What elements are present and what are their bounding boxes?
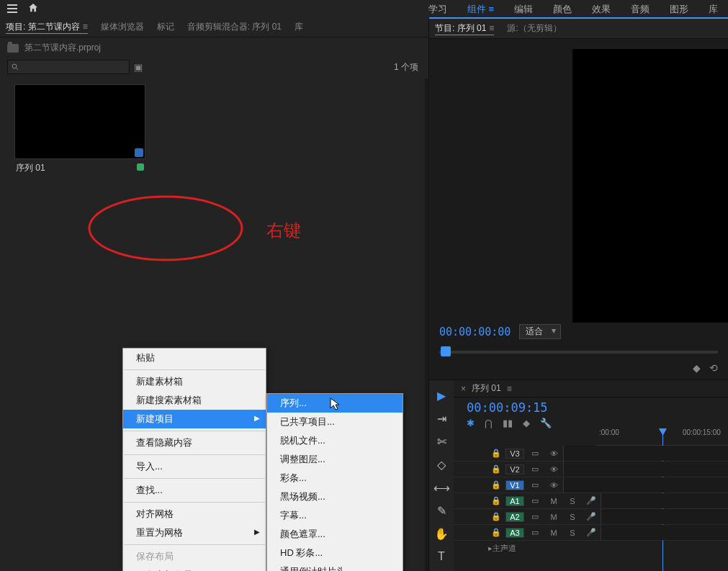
selection-tool-icon[interactable]: ▶ bbox=[435, 389, 448, 402]
monitor-scrubber[interactable] bbox=[439, 343, 718, 359]
track-tag[interactable]: V2 bbox=[505, 464, 524, 475]
eye-icon[interactable]: 👁 bbox=[544, 481, 563, 490]
ctx-new-item[interactable]: 新建项目▶ bbox=[123, 410, 266, 428]
lock-icon[interactable]: 🔒 bbox=[488, 464, 504, 474]
type-tool-icon[interactable]: T bbox=[435, 550, 448, 563]
new-bin-icon[interactable]: ▣ bbox=[134, 62, 143, 73]
solo-icon[interactable]: S bbox=[563, 529, 582, 537]
search-input[interactable] bbox=[7, 60, 130, 74]
sub-sequence[interactable]: 序列... bbox=[267, 394, 403, 413]
close-icon[interactable]: × bbox=[461, 384, 466, 394]
snap-icon[interactable]: ✱ bbox=[467, 418, 475, 428]
track-v1[interactable]: 🔒V1▭👁 bbox=[454, 477, 728, 493]
tab-program[interactable]: 节目: 序列 01≡ bbox=[435, 22, 494, 35]
toggle-output-icon[interactable]: ▭ bbox=[526, 449, 544, 458]
mute-icon[interactable]: M bbox=[544, 497, 563, 505]
lock-icon[interactable]: 🔒 bbox=[488, 528, 504, 537]
ctx-reset-grid[interactable]: 重置为网格▶ bbox=[123, 523, 266, 542]
hand-tool-icon[interactable]: ✋ bbox=[435, 527, 448, 540]
toggle-output-icon[interactable]: ▭ bbox=[526, 464, 544, 474]
track-v2[interactable]: 🔒V2▭👁 bbox=[454, 462, 728, 477]
linked-selection-icon[interactable]: ⋂ bbox=[485, 418, 493, 428]
tab-audio-mixer[interactable]: 音频剪辑混合器: 序列 01 bbox=[187, 21, 282, 33]
workspace-effects[interactable]: 效果 bbox=[582, 0, 621, 17]
workspace-assembly[interactable]: 组件 bbox=[457, 0, 504, 17]
tab-markers[interactable]: 标记 bbox=[157, 21, 174, 33]
mic-icon[interactable]: 🎤 bbox=[582, 528, 601, 537]
workspace-graphics[interactable]: 图形 bbox=[660, 0, 698, 17]
settings-icon[interactable]: ⟲ bbox=[709, 362, 718, 374]
sub-color-matte[interactable]: 颜色遮罩... bbox=[267, 525, 403, 544]
toggle-output-icon[interactable]: ▭ bbox=[526, 512, 544, 521]
track-a3[interactable]: 🔒A3▭MS🎤 bbox=[454, 525, 728, 541]
tab-library[interactable]: 库 bbox=[295, 21, 303, 33]
sub-countdown[interactable]: 通用倒计时片头... bbox=[267, 562, 403, 571]
tab-source[interactable]: 源:（无剪辑） bbox=[507, 22, 561, 35]
tab-project[interactable]: 项目: 第二节课内容≡ bbox=[6, 21, 88, 34]
home-icon[interactable] bbox=[27, 2, 39, 16]
project-bin-area[interactable]: 序列 01 右键 粘贴 新建素材箱 新建搜索素材箱 新建项目▶ 查看隐藏内容 导… bbox=[0, 78, 428, 571]
track-a2[interactable]: 🔒A2▭MS🎤 bbox=[454, 509, 728, 525]
add-marker-icon[interactable]: ▮▮ bbox=[503, 418, 513, 428]
slip-tool-icon[interactable]: ⟷ bbox=[435, 481, 448, 494]
mute-icon[interactable]: M bbox=[544, 513, 563, 521]
settings-icon[interactable]: ◆ bbox=[523, 418, 530, 428]
razor-tool-icon[interactable]: ◇ bbox=[435, 458, 448, 471]
lock-icon[interactable]: 🔒 bbox=[488, 496, 504, 505]
sub-offline-file[interactable]: 脱机文件... bbox=[267, 431, 403, 450]
ctx-paste[interactable]: 粘贴 bbox=[123, 349, 266, 367]
track-tag[interactable]: V3 bbox=[505, 449, 524, 459]
lock-icon[interactable]: 🔒 bbox=[488, 512, 504, 521]
toggle-output-icon[interactable]: ▭ bbox=[526, 528, 544, 537]
track-select-tool-icon[interactable]: ⇥ bbox=[435, 412, 448, 425]
solo-icon[interactable]: S bbox=[563, 513, 582, 521]
sub-captions[interactable]: 字幕... bbox=[267, 506, 403, 525]
track-tag[interactable]: A1 bbox=[505, 496, 524, 506]
ctx-import[interactable]: 导入... bbox=[123, 457, 266, 476]
track-tag[interactable]: A2 bbox=[505, 512, 524, 522]
lock-icon[interactable]: 🔒 bbox=[488, 480, 504, 490]
workspace-edit[interactable]: 编辑 bbox=[504, 0, 543, 17]
sub-hd-bars[interactable]: HD 彩条... bbox=[267, 544, 403, 562]
track-tag[interactable]: V1 bbox=[505, 480, 524, 490]
workspace-library[interactable]: 库 bbox=[698, 0, 728, 17]
solo-icon[interactable]: S bbox=[563, 497, 582, 505]
track-v3[interactable]: 🔒V3▭👁 bbox=[454, 446, 728, 462]
eye-icon[interactable]: 👁 bbox=[544, 449, 563, 458]
ctx-align-grid[interactable]: 对齐网格 bbox=[123, 505, 266, 523]
sub-adjustment-layer[interactable]: 调整图层... bbox=[267, 450, 403, 469]
track-tag[interactable]: A3 bbox=[505, 528, 524, 538]
wrench-icon[interactable]: 🔧 bbox=[540, 418, 552, 428]
marker-icon[interactable]: ◆ bbox=[693, 362, 701, 374]
sub-bars[interactable]: 彩条... bbox=[267, 469, 403, 487]
ctx-new-search-bin[interactable]: 新建搜索素材箱 bbox=[123, 391, 266, 410]
ctx-new-bin[interactable]: 新建素材箱 bbox=[123, 372, 266, 391]
ctx-save-layout-as[interactable]: 另存为新布局... bbox=[123, 566, 266, 571]
workspace-audio[interactable]: 音频 bbox=[621, 0, 660, 17]
playhead-icon[interactable] bbox=[441, 346, 451, 356]
toggle-output-icon[interactable]: ▭ bbox=[526, 496, 544, 505]
mic-icon[interactable]: 🎤 bbox=[582, 496, 601, 505]
sub-black-video[interactable]: 黑场视频... bbox=[267, 487, 403, 506]
workspace-learn[interactable]: 学习 bbox=[418, 0, 457, 17]
zoom-fit-dropdown[interactable]: 适合 bbox=[519, 324, 561, 339]
ctx-view-hidden[interactable]: 查看隐藏内容 bbox=[123, 433, 266, 452]
tab-media-browser[interactable]: 媒体浏览器 bbox=[101, 21, 144, 33]
workspace-color[interactable]: 颜色 bbox=[543, 0, 582, 17]
monitor-timecode[interactable]: 00:00:00:00 bbox=[439, 325, 511, 338]
toggle-output-icon[interactable]: ▭ bbox=[526, 480, 544, 490]
eye-icon[interactable]: 👁 bbox=[544, 465, 563, 474]
timeline-ruler[interactable]: :00:00 00:00:15:00 bbox=[596, 428, 728, 446]
sub-shared-project[interactable]: 已共享项目... bbox=[267, 413, 403, 431]
mic-icon[interactable]: 🎤 bbox=[582, 512, 601, 521]
mute-icon[interactable]: M bbox=[544, 529, 563, 537]
hamburger-icon[interactable] bbox=[7, 8, 17, 9]
pen-tool-icon[interactable]: ✎ bbox=[435, 504, 448, 517]
timeline-timecode[interactable]: 00:00:09:15 bbox=[467, 400, 552, 415]
ripple-tool-icon[interactable]: ✄ bbox=[435, 435, 448, 448]
timeline-tab-sequence[interactable]: 序列 01 bbox=[472, 382, 501, 395]
ctx-find[interactable]: 查找... bbox=[123, 481, 266, 500]
track-a1[interactable]: 🔒A1▭MS🎤 bbox=[454, 493, 728, 509]
lock-icon[interactable]: 🔒 bbox=[488, 449, 504, 458]
sequence-thumbnail[interactable]: 序列 01 bbox=[14, 84, 145, 177]
